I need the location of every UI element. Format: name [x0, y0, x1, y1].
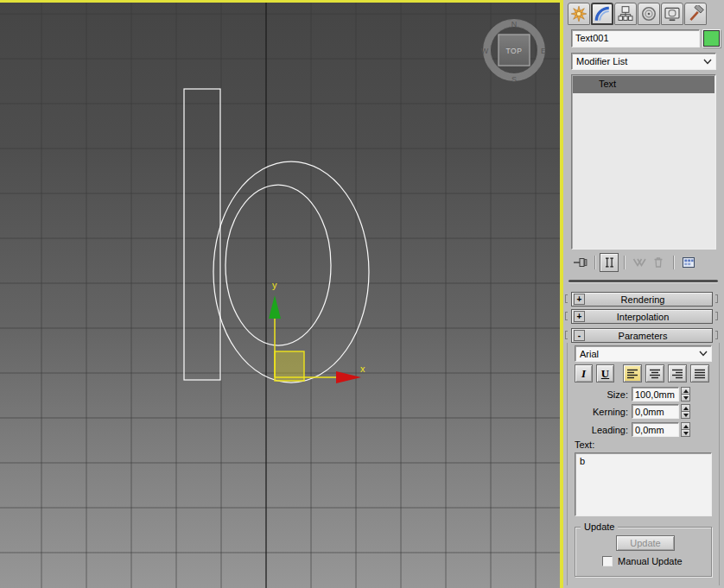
chevron-down-icon: [703, 59, 712, 65]
top-viewport[interactable]: y x N E S W TOP: [0, 0, 563, 588]
manual-update-row: Manual Update: [602, 556, 683, 566]
update-button[interactable]: Update: [616, 535, 675, 551]
toolbar-separator: [673, 256, 674, 269]
toolbar-separator: [594, 256, 595, 269]
show-end-result-icon[interactable]: [600, 253, 619, 272]
configure-modifier-sets-icon[interactable]: [679, 253, 698, 272]
expand-icon[interactable]: +: [574, 294, 585, 305]
rollout-interpolation-label: Interpolation: [585, 312, 701, 322]
spinner-down-icon[interactable]: [681, 395, 690, 401]
letter-stem-outline: [184, 89, 220, 380]
utilities-hammer-icon: [687, 5, 704, 22]
rollout-notch: [715, 294, 718, 303]
make-unique-icon[interactable]: [630, 253, 649, 272]
application-window: y x N E S W TOP: [0, 0, 724, 588]
underline-button[interactable]: U: [596, 364, 614, 383]
update-group: Update Update Manual Update: [575, 527, 712, 577]
modifier-stack-list[interactable]: Text: [571, 74, 716, 250]
collapse-icon[interactable]: -: [574, 330, 585, 341]
align-left-button[interactable]: [623, 364, 642, 383]
leading-field[interactable]: 0,0mm: [632, 422, 679, 437]
viewcube-west-label[interactable]: W: [481, 47, 489, 55]
align-left-icon: [627, 369, 638, 379]
remove-modifier-icon[interactable]: [649, 253, 668, 272]
spinner-up-icon[interactable]: [681, 404, 690, 412]
active-viewport-border-top: [0, 0, 563, 3]
hierarchy-icon: [617, 5, 634, 22]
panel-separator: [568, 280, 718, 282]
update-group-label: Update: [581, 522, 618, 532]
spinner-down-icon[interactable]: [681, 412, 690, 419]
viewcube-face-label: TOP: [506, 47, 523, 55]
manual-update-label: Manual Update: [618, 556, 683, 566]
underline-glyph: U: [601, 367, 609, 381]
move-gizmo[interactable]: y x: [269, 280, 365, 383]
display-icon: [664, 5, 681, 22]
viewport-grid: [0, 0, 563, 588]
viewcube-south-label[interactable]: S: [511, 75, 517, 84]
spinner-up-icon[interactable]: [681, 387, 690, 395]
object-color-swatch[interactable]: [702, 29, 721, 47]
align-center-icon: [650, 369, 661, 379]
rollout-notch: [565, 331, 568, 339]
text-entry-area[interactable]: b: [575, 452, 712, 516]
tab-utilities[interactable]: [684, 3, 707, 25]
viewcube-north-label[interactable]: N: [511, 20, 518, 28]
rollout-notch: [565, 312, 568, 320]
letter-bowl-inner-outline: [225, 185, 331, 345]
command-panel-tabs: [568, 3, 707, 25]
manual-update-checkbox[interactable]: [602, 556, 613, 566]
size-field[interactable]: 100,0mm: [632, 387, 679, 401]
motion-icon: [640, 5, 657, 22]
rollout-parameters-label: Parameters: [585, 331, 701, 341]
rollout-notch: [715, 331, 718, 339]
align-right-icon: [672, 369, 683, 379]
chevron-down-icon: [699, 351, 708, 357]
text-label: Text:: [575, 439, 594, 450]
align-right-button[interactable]: [668, 364, 687, 383]
rollout-notch: [565, 294, 568, 303]
tab-modify[interactable]: [591, 3, 613, 25]
viewcube-east-label[interactable]: E: [541, 47, 546, 55]
italic-button[interactable]: I: [575, 364, 593, 383]
rollout-parameters[interactable]: - Parameters: [571, 328, 713, 343]
size-label: Size:: [568, 389, 628, 400]
font-dropdown[interactable]: Arial: [575, 345, 712, 362]
rollout-interpolation[interactable]: + Interpolation: [571, 309, 713, 324]
tab-create[interactable]: [568, 3, 590, 25]
font-name: Arial: [580, 349, 599, 359]
letter-bowl-outer-outline: [213, 161, 369, 383]
expand-icon[interactable]: +: [574, 311, 585, 322]
tab-motion[interactable]: [638, 3, 660, 25]
text-shape-b[interactable]: [184, 89, 369, 383]
gizmo-y-arrowhead[interactable]: [269, 295, 281, 319]
spinner-down-icon[interactable]: [681, 430, 690, 437]
modify-bend-icon: [594, 5, 611, 22]
modifier-stack-item-text[interactable]: Text: [573, 76, 714, 93]
gizmo-y-label: y: [272, 280, 277, 290]
gizmo-xy-plane-handle[interactable]: [275, 351, 304, 381]
modifier-stack-toolbar: [571, 252, 718, 273]
pin-stack-icon[interactable]: [571, 253, 590, 272]
tab-hierarchy[interactable]: [614, 3, 637, 25]
kerning-field[interactable]: 0,0mm: [632, 404, 679, 419]
kerning-label: Kerning:: [568, 407, 628, 417]
leading-spinner[interactable]: [681, 422, 690, 437]
size-spinner[interactable]: [681, 387, 690, 401]
kerning-spinner[interactable]: [681, 404, 690, 419]
active-viewport-border-right: [560, 0, 563, 588]
rollout-notch: [715, 312, 718, 320]
rollout-rendering[interactable]: + Rendering: [571, 292, 713, 307]
gizmo-x-label: x: [360, 364, 365, 374]
create-sunburst-icon: [570, 5, 587, 22]
rollout-rendering-label: Rendering: [585, 294, 701, 305]
command-panel: Text001 Modifier List Text: [563, 0, 724, 588]
modifier-list-dropdown[interactable]: Modifier List: [571, 53, 716, 70]
align-justify-button[interactable]: [690, 364, 709, 383]
spinner-up-icon[interactable]: [681, 422, 690, 430]
align-center-button[interactable]: [645, 364, 664, 383]
parameters-rollout-body: Arial I U: [567, 343, 720, 585]
object-name-field[interactable]: Text001: [571, 29, 700, 47]
tab-display[interactable]: [661, 3, 683, 25]
toolbar-separator: [624, 256, 625, 269]
